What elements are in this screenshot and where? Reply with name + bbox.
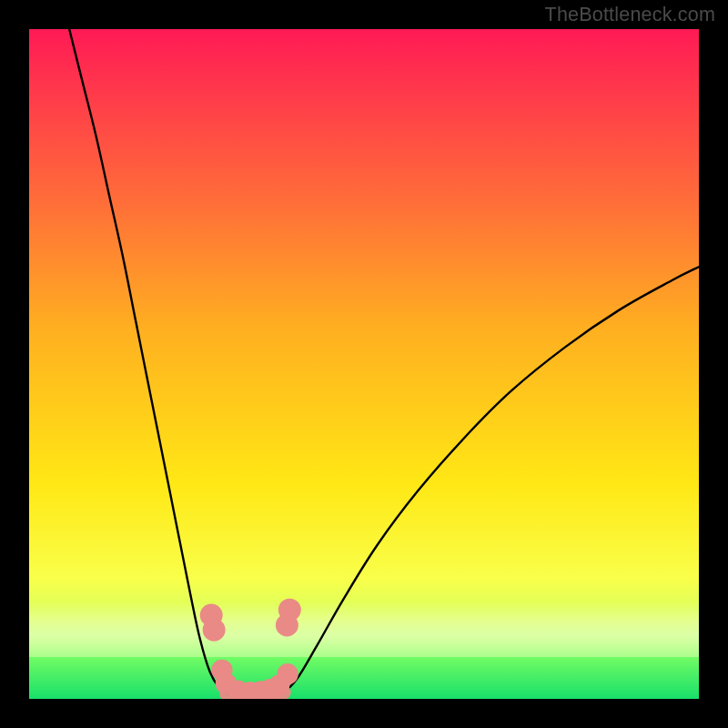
chart-frame: TheBottleneck.com xyxy=(0,0,728,728)
watermark-text: TheBottleneck.com xyxy=(545,4,715,26)
bottleneck-curve xyxy=(69,29,699,697)
marker-dot xyxy=(277,663,298,684)
curve-layer xyxy=(29,29,699,699)
curve-path xyxy=(69,29,699,697)
plot-area xyxy=(29,29,699,699)
marker-dot xyxy=(278,599,301,622)
marker-dot xyxy=(203,619,226,642)
